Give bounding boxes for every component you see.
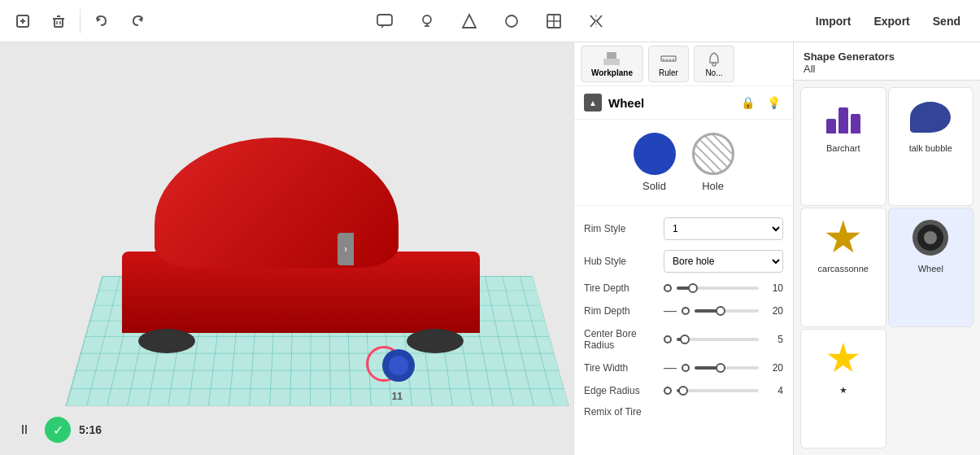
center-bore-slider[interactable] (677, 338, 759, 341)
edge-radius-control: 4 (664, 385, 783, 396)
top-toolbar: Import Export Send (0, 0, 980, 42)
rim-depth-value: 20 (764, 305, 783, 317)
tire-depth-value: 10 (764, 282, 783, 294)
rim-depth-minus: — (664, 304, 677, 318)
talk-bubble-label: talk bubble (909, 143, 952, 153)
car-wheel-left (138, 329, 195, 353)
hub-style-control: Bore holeSolidSpokes (664, 250, 783, 273)
barchart-label: Barchart (826, 143, 860, 153)
ruler-button[interactable]: Ruler (648, 46, 689, 82)
svg-marker-9 (138, 17, 142, 22)
light-button[interactable] (412, 7, 442, 36)
panel-top-toolbar: Workplane Ruler No... (574, 42, 793, 86)
new-button[interactable] (8, 7, 37, 36)
star-label: ★ (839, 385, 847, 396)
svg-rect-10 (377, 15, 392, 25)
solid-circle (634, 133, 676, 175)
circle-button[interactable] (497, 7, 526, 36)
mirror-button[interactable] (581, 7, 611, 36)
solid-option[interactable]: Solid (634, 133, 676, 192)
car-shape (106, 129, 496, 357)
carcassonne-label: carcassonne (818, 264, 869, 273)
timer-display: 5:16 (79, 423, 102, 436)
barchart-icon (821, 96, 866, 138)
tire-width-value: 20 (764, 362, 783, 374)
edge-radius-row: Edge Radius 4 (574, 380, 793, 401)
svg-rect-19 (603, 59, 620, 65)
carcassonne-item[interactable]: carcassonne (800, 208, 886, 326)
talk-bubble-icon (908, 96, 953, 138)
hole-label: Hole (702, 180, 724, 192)
remix-label: Remix of Tire (584, 406, 657, 418)
canvas-area[interactable]: 11 ⏸ ✓ 5:16 › (0, 42, 573, 455)
star-item[interactable]: ★ (800, 329, 886, 448)
rim-depth-label: Rim Depth (584, 305, 657, 317)
center-bore-value: 5 (764, 334, 783, 345)
rim-depth-slider[interactable] (695, 309, 759, 313)
tire-depth-dot (664, 284, 672, 292)
tire-width-slider[interactable] (695, 366, 759, 370)
import-button[interactable]: Import (804, 10, 863, 33)
shape-button[interactable] (455, 7, 484, 36)
shape-gen-header: Shape Generators All (794, 42, 980, 81)
carcassonne-icon (821, 217, 866, 259)
properties-panel: Workplane Ruler No... ▲ Wheel 🔒 💡 (573, 42, 793, 455)
robot-character (374, 341, 423, 390)
notif-button[interactable]: No... (694, 46, 734, 82)
undo-button[interactable] (87, 7, 116, 36)
wheel-hub (924, 231, 937, 244)
hole-circle (692, 133, 734, 175)
hub-style-label: Hub Style (584, 256, 657, 267)
bulb-button[interactable]: 💡 (764, 93, 783, 112)
toolbar-center (370, 7, 611, 36)
hub-style-row: Hub Style Bore holeSolidSpokes (574, 245, 793, 278)
workplane-label: Workplane (591, 68, 633, 77)
shape-gen-grid: Barchart talk bubble carcassonne (794, 81, 980, 455)
redo-button[interactable] (123, 7, 152, 36)
tire-depth-label: Tire Depth (584, 282, 657, 294)
content-area: 11 ⏸ ✓ 5:16 › Workplane Ruler (0, 42, 980, 455)
hub-style-select[interactable]: Bore holeSolidSpokes (664, 250, 783, 273)
delete-button[interactable] (44, 7, 73, 36)
remix-row: Remix of Tire (574, 401, 793, 422)
tire-depth-slider[interactable] (677, 287, 759, 290)
panel-up-button[interactable]: ▲ (584, 94, 602, 112)
chat-button[interactable] (370, 7, 399, 36)
rim-style-control: 123 (664, 217, 783, 240)
grid-button[interactable] (539, 7, 568, 36)
center-bore-row: Center Bore Radius 5 (574, 323, 793, 356)
pause-button[interactable]: ⏸ (12, 418, 37, 442)
talk-bubble-item[interactable]: talk bubble (888, 87, 974, 206)
toolbar-left (8, 7, 152, 36)
edge-radius-slider[interactable] (677, 389, 759, 392)
hole-option[interactable]: Hole (692, 133, 734, 192)
divider1 (80, 9, 81, 33)
barchart-item[interactable]: Barchart (800, 87, 886, 206)
tire-width-control: — 20 (664, 361, 783, 375)
shape-type-row: Solid Hole (574, 120, 793, 206)
wheel-icon (908, 217, 953, 259)
properties-section: Rim Style 123 Hub Style Bore holeSolidSp… (574, 206, 793, 455)
center-bore-dot (664, 335, 672, 343)
panel-collapse-button[interactable]: › (338, 233, 354, 265)
svg-rect-3 (54, 19, 63, 27)
check-button[interactable]: ✓ (45, 417, 71, 443)
edge-radius-label: Edge Radius (584, 385, 657, 396)
wheel-label: Wheel (918, 264, 943, 273)
robot-body (382, 349, 415, 382)
shape-gen-title: Shape Generators (804, 50, 970, 63)
workplane-button[interactable]: Workplane (581, 46, 643, 82)
rim-depth-dot (682, 307, 690, 315)
send-button[interactable]: Send (921, 10, 972, 33)
svg-rect-20 (607, 52, 616, 59)
bottom-controls: ⏸ ✓ 5:16 (12, 417, 102, 443)
rim-style-select[interactable]: 123 (664, 217, 783, 240)
lock-button[interactable]: 🔒 (738, 93, 757, 112)
shape-generators-panel: Shape Generators All Barchart (793, 42, 980, 455)
svg-point-14 (506, 15, 517, 27)
wheel-item[interactable]: Wheel (888, 208, 974, 326)
export-button[interactable]: Export (862, 10, 921, 33)
center-bore-label: Center Bore Radius (584, 328, 657, 351)
solid-label: Solid (642, 180, 666, 192)
edge-radius-value: 4 (764, 385, 783, 396)
